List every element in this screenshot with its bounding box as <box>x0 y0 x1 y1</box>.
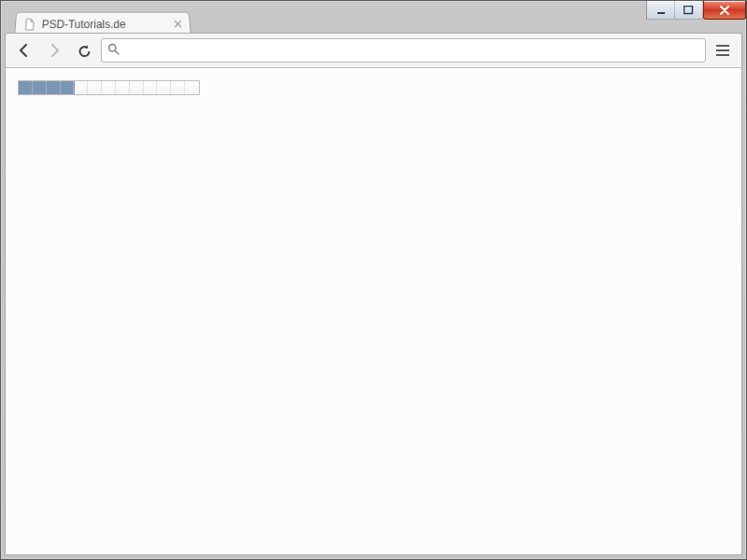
back-button[interactable] <box>11 37 37 63</box>
progress-meter <box>18 80 200 95</box>
page-content <box>5 68 742 555</box>
svg-rect-4 <box>716 49 729 51</box>
maximize-button[interactable] <box>675 1 703 20</box>
address-input[interactable] <box>125 44 699 58</box>
window-controls <box>646 1 746 20</box>
progress-segment <box>144 81 158 94</box>
search-icon <box>107 43 120 58</box>
file-icon <box>22 18 36 31</box>
svg-rect-1 <box>684 6 693 13</box>
menu-button[interactable] <box>710 37 736 63</box>
svg-rect-5 <box>716 54 729 56</box>
svg-rect-0 <box>657 12 665 14</box>
progress-segment <box>157 81 171 94</box>
address-bar[interactable] <box>101 38 706 63</box>
progress-segment <box>171 81 185 94</box>
progress-segment <box>116 81 130 94</box>
close-button[interactable] <box>703 1 746 20</box>
progress-segment <box>47 81 61 94</box>
progress-segment <box>33 81 47 94</box>
progress-segment <box>88 81 102 94</box>
svg-rect-3 <box>716 45 729 47</box>
browser-toolbar <box>5 33 742 68</box>
tab-title: PSD-Tutorials.de <box>41 18 168 31</box>
browser-window: PSD-Tutorials.de <box>0 0 747 560</box>
desktop-background: PSD-Tutorials.de <box>0 0 747 560</box>
progress-segment <box>185 81 199 94</box>
minimize-button[interactable] <box>647 1 675 20</box>
progress-segment <box>74 81 88 94</box>
tab-close-icon[interactable] <box>174 18 183 31</box>
progress-segment <box>19 81 33 94</box>
progress-segment <box>102 81 116 94</box>
progress-segment <box>61 81 75 94</box>
window-titlebar[interactable]: PSD-Tutorials.de <box>1 1 746 27</box>
progress-segment <box>130 81 144 94</box>
reload-button[interactable] <box>71 37 97 63</box>
forward-button[interactable] <box>41 37 67 63</box>
